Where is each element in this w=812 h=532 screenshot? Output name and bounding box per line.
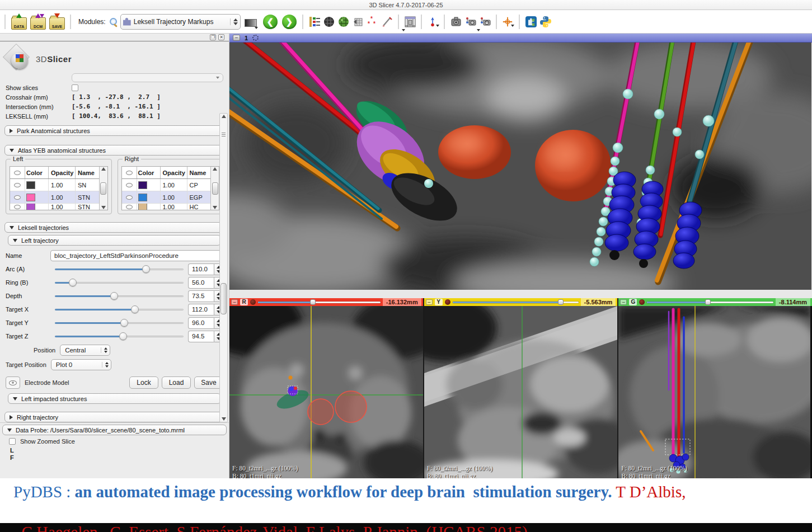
module-forward-button[interactable]: ❯ xyxy=(281,13,298,30)
section-park-anatomical[interactable]: Park Anatomical structures xyxy=(4,125,224,136)
slice-pin-icon[interactable] xyxy=(250,299,256,305)
layout-selector-button[interactable] xyxy=(404,16,416,28)
lock-button[interactable]: Lock xyxy=(129,376,158,389)
section-right-trajectory[interactable]: Right trajectory xyxy=(4,412,224,422)
atlas-left-row-partial[interactable]: 1.00 STN xyxy=(10,204,99,210)
threed-minimize-button[interactable]: – xyxy=(233,35,240,41)
trajectory-top-combo[interactable] xyxy=(72,73,223,82)
python-console-button[interactable] xyxy=(539,16,552,28)
screenshot-button[interactable] xyxy=(450,16,462,28)
show-slices-checkbox[interactable] xyxy=(72,84,78,91)
extensions-manager-button[interactable] xyxy=(525,16,537,28)
position-label: Position xyxy=(34,347,55,354)
module-list-button[interactable] xyxy=(308,16,321,28)
target-x-slider[interactable] xyxy=(55,305,184,314)
panel-scrollbar-thumb[interactable] xyxy=(220,283,227,314)
load-data-button[interactable]: DATA xyxy=(11,13,27,30)
color-swatch[interactable] xyxy=(26,181,35,189)
slice-pin-icon[interactable] xyxy=(445,299,450,305)
arc-spinbox[interactable]: 110.0 xyxy=(188,263,223,275)
atlas-right-row-egp[interactable]: 1.00 EGP xyxy=(122,191,211,204)
save-button[interactable]: SAVE xyxy=(49,13,65,30)
models-button[interactable] xyxy=(337,16,350,28)
atlas-right-scrollbar[interactable] xyxy=(210,167,219,210)
slice-yellow-slider[interactable] xyxy=(453,299,579,305)
ring-spinbox[interactable]: 56.0 xyxy=(188,277,223,289)
slice-red-view[interactable]: F: 80_t2mri_...gz (100%) B: 80_t1mri_nii… xyxy=(229,306,423,478)
visibility-eye-icon[interactable] xyxy=(14,183,21,187)
load-button[interactable]: Load xyxy=(162,376,191,389)
expanded-arrow-icon xyxy=(7,429,12,432)
visibility-eye-icon[interactable] xyxy=(126,205,133,209)
panel-close-button[interactable]: ✕ xyxy=(218,34,224,40)
threed-view-gear-icon[interactable] xyxy=(252,35,259,41)
visibility-eye-icon[interactable] xyxy=(14,205,21,209)
toolbar-separator xyxy=(398,15,400,29)
target-z-slider[interactable] xyxy=(55,332,184,341)
slice-green-slider[interactable] xyxy=(647,299,773,305)
visibility-eye-icon[interactable] xyxy=(126,183,133,187)
annotations-button[interactable] xyxy=(381,16,393,28)
target-y-spinbox[interactable]: 96.0 xyxy=(188,317,223,329)
view-splitter[interactable] xyxy=(229,290,812,298)
atlas-left-scrollbar[interactable] xyxy=(99,167,107,210)
scene-view-button[interactable] xyxy=(464,16,477,28)
volume-rendering-button[interactable] xyxy=(323,16,335,28)
atlas-left-row-stn[interactable]: 1.00 STN xyxy=(10,191,99,204)
arc-label: Arc (A) xyxy=(6,266,50,272)
threed-scene[interactable] xyxy=(229,43,812,290)
section-atlas-yeb[interactable]: Atlas YEB anatomical structures xyxy=(4,145,224,156)
transforms-button[interactable] xyxy=(352,16,364,28)
slice-minimize-button[interactable]: – xyxy=(231,299,238,305)
visibility-eye-icon[interactable] xyxy=(14,195,21,200)
slice-pin-icon[interactable] xyxy=(639,299,645,305)
atlas-right-row-partial[interactable]: 1.00 HC xyxy=(122,204,211,210)
position-value: Central xyxy=(65,347,97,354)
show-zoomed-checkbox[interactable] xyxy=(9,438,16,445)
color-swatch[interactable] xyxy=(26,204,35,210)
markups-button[interactable]: *** xyxy=(367,16,379,28)
arc-slider[interactable] xyxy=(55,265,184,274)
module-history-icon xyxy=(245,19,257,27)
slice-yellow-offset: -5.563mm xyxy=(581,298,616,306)
module-history-button[interactable] xyxy=(243,13,260,30)
slice-red-slider[interactable] xyxy=(258,299,381,305)
slice-green-view[interactable]: F: 80_t2mri_...gz (100%) B: 80_t1mri_nii… xyxy=(618,306,812,478)
visibility-eye-icon[interactable] xyxy=(126,195,133,200)
ring-slider[interactable] xyxy=(55,278,184,287)
depth-spinbox[interactable]: 73.5 xyxy=(188,290,223,302)
module-back-button[interactable]: ❮ xyxy=(262,13,279,30)
panel-undock-button[interactable]: ❐ xyxy=(210,34,216,40)
color-swatch[interactable] xyxy=(138,204,147,210)
dicom-button[interactable]: DCM xyxy=(30,13,46,30)
logo-text-bold: Slicer xyxy=(47,54,72,64)
depth-slider[interactable] xyxy=(55,291,184,300)
target-x-spinbox[interactable]: 112.0 xyxy=(188,304,223,316)
section-leksell-trajectories[interactable]: Leksell trajectories xyxy=(4,222,224,233)
section-data-probe[interactable]: Data Probe: /Users/Sara/80/slicer_scene/… xyxy=(2,425,227,435)
module-search-icon[interactable] xyxy=(109,17,118,26)
crosshair-button[interactable] xyxy=(502,16,514,28)
target-y-slider[interactable] xyxy=(55,318,184,327)
section-left-impacted[interactable]: Left impacted structures xyxy=(8,393,221,404)
scene-restore-button[interactable] xyxy=(479,16,491,28)
slice-minimize-button[interactable]: – xyxy=(620,299,627,305)
panel-scrollbar[interactable] xyxy=(219,113,228,422)
atlas-right-row-cp[interactable]: 1.00 CP xyxy=(122,179,211,191)
color-swatch[interactable] xyxy=(26,194,35,201)
section-leksell-label: Leksell trajectories xyxy=(18,224,69,231)
color-swatch[interactable] xyxy=(138,194,147,201)
target-position-combo[interactable]: Plot 0 xyxy=(51,359,111,370)
trajectory-name-input[interactable]: bloc_trajectory_LeftStdParkinsonProcedur… xyxy=(50,250,223,261)
position-combo[interactable]: Central xyxy=(60,345,110,356)
target-z-spinbox[interactable]: 94.5 xyxy=(188,331,223,342)
atlas-left-row-sn[interactable]: 1.00 SN xyxy=(10,179,99,191)
electrode-visibility-button[interactable] xyxy=(6,376,20,389)
mouse-mode-button[interactable] xyxy=(427,16,439,28)
module-selector[interactable]: Leksell Trajectory Markups xyxy=(120,14,241,30)
window-titlebar: 3D Slicer 4.7.0-2017-06-25 xyxy=(0,0,812,10)
slice-yellow-view[interactable]: F: 80_t2mri_...gz (100%) B: 80_t1mri_nii… xyxy=(424,306,618,478)
slice-minimize-button[interactable]: – xyxy=(426,299,433,305)
color-swatch[interactable] xyxy=(138,181,147,189)
section-left-trajectory[interactable]: Left trajectory xyxy=(8,235,221,246)
